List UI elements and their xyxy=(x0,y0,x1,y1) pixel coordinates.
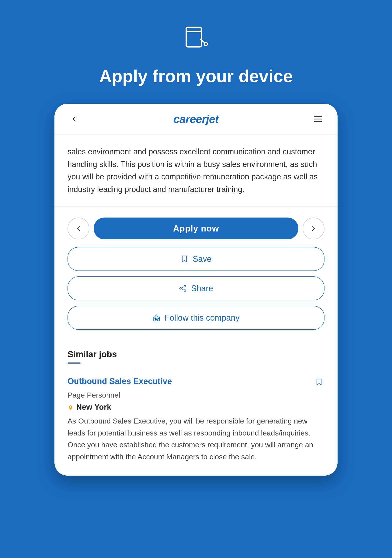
share-label: Share xyxy=(191,284,213,293)
save-button[interactable]: Save xyxy=(68,247,324,271)
svg-rect-1 xyxy=(186,27,201,32)
job-title-link[interactable]: Outbound Sales Executive xyxy=(68,377,172,386)
company-icon xyxy=(153,314,160,322)
location-row: New York xyxy=(68,403,324,412)
similar-jobs-section: Similar jobs Outbound Sales Executive Pa… xyxy=(54,341,338,476)
job-description-snippet: sales environment and possess excellent … xyxy=(54,134,338,207)
svg-point-4 xyxy=(205,43,207,45)
follow-company-button[interactable]: Follow this company xyxy=(68,306,324,330)
careerjet-logo: careerjet xyxy=(173,113,219,126)
share-icon xyxy=(179,284,187,292)
job-description-preview: As Outbound Sales Executive, you will be… xyxy=(68,415,324,462)
device-header: careerjet xyxy=(54,104,338,134)
svg-line-9 xyxy=(181,289,184,290)
svg-rect-11 xyxy=(154,318,155,319)
menu-button[interactable] xyxy=(311,113,324,126)
page-title: Apply from your device xyxy=(99,66,293,86)
job-listing-header: Outbound Sales Executive xyxy=(68,377,324,388)
svg-point-7 xyxy=(184,290,186,291)
svg-point-5 xyxy=(184,285,186,287)
similar-jobs-title: Similar jobs xyxy=(68,349,324,359)
menu-line-1 xyxy=(314,116,322,117)
svg-rect-13 xyxy=(155,320,157,321)
follow-company-label: Follow this company xyxy=(165,313,239,323)
svg-rect-12 xyxy=(157,318,159,319)
section-divider xyxy=(68,363,81,364)
action-buttons-section: Apply now Save Share xyxy=(54,207,338,341)
top-section: Apply from your device xyxy=(99,0,293,86)
svg-rect-0 xyxy=(186,27,201,47)
company-name: Page Personnel xyxy=(68,391,324,399)
prev-button[interactable] xyxy=(68,218,89,239)
svg-line-8 xyxy=(181,287,184,288)
apply-now-button[interactable]: Apply now xyxy=(94,218,298,239)
job-listing-item: Outbound Sales Executive Page Personnel … xyxy=(68,372,324,467)
location-text: New York xyxy=(76,403,111,412)
device-icon xyxy=(183,26,209,53)
nav-apply-row: Apply now xyxy=(68,218,324,239)
share-button[interactable]: Share xyxy=(68,276,324,300)
menu-line-2 xyxy=(314,119,322,119)
back-button[interactable] xyxy=(68,113,81,126)
save-label: Save xyxy=(193,254,212,264)
menu-line-3 xyxy=(314,121,322,122)
location-icon xyxy=(68,404,74,410)
job-bookmark-icon[interactable] xyxy=(314,377,324,388)
svg-point-18 xyxy=(70,406,71,408)
device-frame: careerjet sales environment and possess … xyxy=(54,104,338,476)
bookmark-icon xyxy=(180,255,188,263)
svg-point-6 xyxy=(180,288,181,289)
next-button[interactable] xyxy=(303,218,324,239)
